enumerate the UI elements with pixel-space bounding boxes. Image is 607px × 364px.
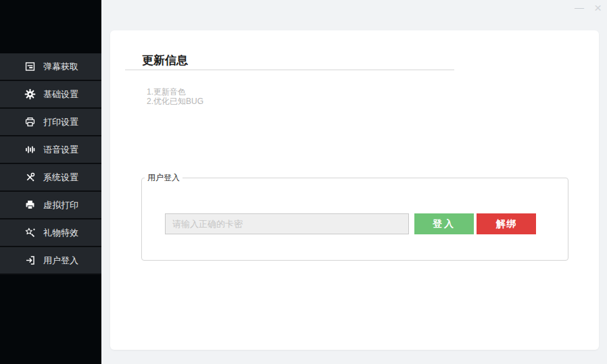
page-title: 更新信息: [142, 53, 188, 68]
login-legend: 用户登入: [145, 172, 183, 184]
close-button[interactable]: ×: [594, 1, 602, 15]
sidebar-item-label: 打印设置: [43, 116, 78, 128]
gear-icon: [24, 88, 36, 100]
sidebar-item-label: 语音设置: [43, 144, 78, 156]
sidebar-item-voice-settings[interactable]: 语音设置: [0, 136, 101, 164]
sidebar-item-label: 系统设置: [43, 172, 78, 184]
sidebar-item-user-login[interactable]: 用户登入: [0, 247, 101, 275]
login-fieldset: 用户登入 登入 解绑: [141, 172, 568, 261]
danmaku-icon: [24, 61, 36, 72]
sidebar-item-label: 礼物特效: [43, 227, 78, 239]
sidebar-item-danmaku[interactable]: 弹幕获取: [0, 53, 101, 81]
sidebar-item-label: 用户登入: [43, 255, 78, 267]
sidebar-menu: 弹幕获取 基础设置 打印设置 语音设置: [0, 53, 101, 275]
login-button[interactable]: 登入: [414, 213, 474, 234]
waveform-icon: [24, 144, 36, 155]
main-area: — × 更新信息 1.更新音色 2.优化已知BUG 用户登入 登入 解绑: [101, 0, 607, 364]
sidebar-item-basic-settings[interactable]: 基础设置: [0, 81, 101, 109]
sidebar-item-gift-effects[interactable]: 礼物特效: [0, 219, 101, 247]
sidebar: 弹幕获取 基础设置 打印设置 语音设置: [0, 0, 101, 364]
sidebar-item-system-settings[interactable]: 系统设置: [0, 164, 101, 192]
sidebar-item-label: 基础设置: [43, 88, 78, 101]
printer-filled-icon: [24, 199, 36, 211]
sidebar-item-print-settings[interactable]: 打印设置: [0, 109, 101, 136]
sidebar-item-label: 虚拟打印: [43, 199, 78, 211]
star-wand-icon: [24, 227, 36, 238]
app-window: 弹幕获取 基础设置 打印设置 语音设置: [0, 0, 607, 364]
sidebar-item-label: 弹幕获取: [43, 61, 78, 73]
printer-icon: [24, 116, 36, 128]
minimize-button[interactable]: —: [575, 2, 584, 13]
unbind-button[interactable]: 解绑: [477, 213, 536, 234]
update-note: 1.更新音色: [147, 87, 203, 97]
sidebar-item-virtual-print[interactable]: 虚拟打印: [0, 192, 101, 219]
card-key-input[interactable]: [165, 213, 409, 234]
title-divider: [125, 70, 454, 70]
content-card: 更新信息 1.更新音色 2.优化已知BUG 用户登入 登入 解绑: [110, 30, 599, 350]
login-icon: [24, 255, 36, 266]
update-notes: 1.更新音色 2.优化已知BUG: [147, 87, 203, 106]
update-note: 2.优化已知BUG: [147, 97, 203, 106]
tools-icon: [24, 172, 36, 183]
